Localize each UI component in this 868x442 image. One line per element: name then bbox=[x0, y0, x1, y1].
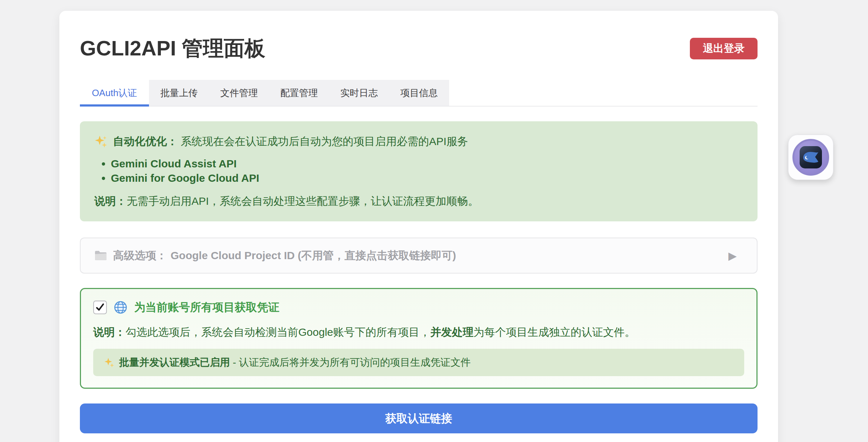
app-icon-orb bbox=[792, 139, 829, 176]
alert-intro: 系统现在会在认证成功后自动为您的项目启用必需的API服务 bbox=[181, 135, 468, 147]
batch-mode-status-rest: - 认证完成后将并发为所有可访问的项目生成凭证文件 bbox=[230, 357, 471, 368]
all-projects-note-pre: 勾选此选项后，系统会自动检测当前Google账号下的所有项目， bbox=[126, 326, 430, 338]
auto-optimization-alert: 自动化优化： 系统现在会在认证成功后自动为您的项目启用必需的API服务 Gemi… bbox=[80, 121, 758, 221]
all-projects-note-post: 为每个项目生成独立的认证文件。 bbox=[474, 326, 636, 338]
all-projects-note-bold: 并发处理 bbox=[430, 326, 474, 338]
header: GCLI2API 管理面板 退出登录 bbox=[80, 34, 758, 63]
sparkles-icon bbox=[94, 135, 108, 148]
fish-moon-icon bbox=[803, 150, 819, 164]
tab-config-management[interactable]: 配置管理 bbox=[269, 80, 329, 106]
api-list: Gemini Cloud Assist API Gemini for Googl… bbox=[94, 157, 743, 185]
tab-file-management[interactable]: 文件管理 bbox=[209, 80, 269, 106]
tab-oauth[interactable]: OAuth认证 bbox=[80, 80, 149, 106]
tab-live-logs[interactable]: 实时日志 bbox=[329, 80, 389, 106]
tab-group: 批量上传 文件管理 配置管理 实时日志 项目信息 bbox=[149, 80, 449, 106]
get-auth-link-button[interactable]: 获取认证链接 bbox=[80, 403, 758, 433]
batch-mode-status-text: 批量并发认证模式已启用 - 认证完成后将并发为所有可访问的项目生成凭证文件 bbox=[119, 356, 471, 369]
alert-note: 说明：无需手动启用API，系统会自动处理这些配置步骤，让认证流程更加顺畅。 bbox=[94, 193, 743, 209]
advanced-options-toggle[interactable]: 高级选项： Google Cloud Project ID (不用管，直接点击获… bbox=[80, 238, 758, 274]
api-list-item: Gemini Cloud Assist API bbox=[111, 157, 743, 171]
all-projects-note-label: 说明： bbox=[93, 326, 126, 338]
checkmark-icon bbox=[95, 303, 105, 312]
app-icon-tile bbox=[800, 146, 822, 168]
tab-bar: OAuth认证 批量上传 文件管理 配置管理 实时日志 项目信息 bbox=[80, 80, 758, 107]
all-projects-checkbox[interactable] bbox=[93, 301, 107, 314]
tab-project-info[interactable]: 项目信息 bbox=[389, 80, 449, 106]
batch-mode-status-bold: 批量并发认证模式已启用 bbox=[119, 357, 230, 368]
alert-note-text: 无需手动启用API，系统会自动处理这些配置步骤，让认证流程更加顺畅。 bbox=[127, 195, 479, 207]
sparkles-icon bbox=[104, 357, 115, 368]
alert-note-label: 说明： bbox=[94, 195, 127, 207]
globe-icon bbox=[113, 300, 128, 315]
alert-label: 自动化优化： bbox=[113, 135, 178, 147]
logout-button[interactable]: 退出登录 bbox=[690, 38, 758, 59]
page-title: GCLI2API 管理面板 bbox=[80, 35, 266, 63]
all-projects-panel: 为当前账号所有项目获取凭证 说明：勾选此选项后，系统会自动检测当前Google账… bbox=[80, 288, 758, 389]
alert-headline-text: 自动化优化： 系统现在会在认证成功后自动为您的项目启用必需的API服务 bbox=[113, 134, 468, 149]
advanced-label: 高级选项： bbox=[113, 248, 167, 263]
advanced-hint: Google Cloud Project ID (不用管，直接点击获取链接即可) bbox=[171, 248, 456, 263]
expand-arrow-icon: ▶ bbox=[728, 249, 737, 262]
all-projects-title: 为当前账号所有项目获取凭证 bbox=[134, 300, 279, 315]
batch-mode-status: 批量并发认证模式已启用 - 认证完成后将并发为所有可访问的项目生成凭证文件 bbox=[93, 349, 744, 376]
main-panel: GCLI2API 管理面板 退出登录 OAuth认证 批量上传 文件管理 配置管… bbox=[59, 11, 778, 442]
all-projects-header: 为当前账号所有项目获取凭证 bbox=[93, 300, 744, 315]
all-projects-note: 说明：勾选此选项后，系统会自动检测当前Google账号下的所有项目，并发处理为每… bbox=[93, 324, 744, 340]
tab-batch-upload[interactable]: 批量上传 bbox=[149, 80, 209, 106]
floating-app-icon[interactable] bbox=[788, 135, 833, 180]
api-list-item: Gemini for Google Cloud API bbox=[111, 171, 743, 185]
alert-headline: 自动化优化： 系统现在会在认证成功后自动为您的项目启用必需的API服务 bbox=[94, 134, 743, 149]
folder-icon bbox=[94, 250, 107, 261]
